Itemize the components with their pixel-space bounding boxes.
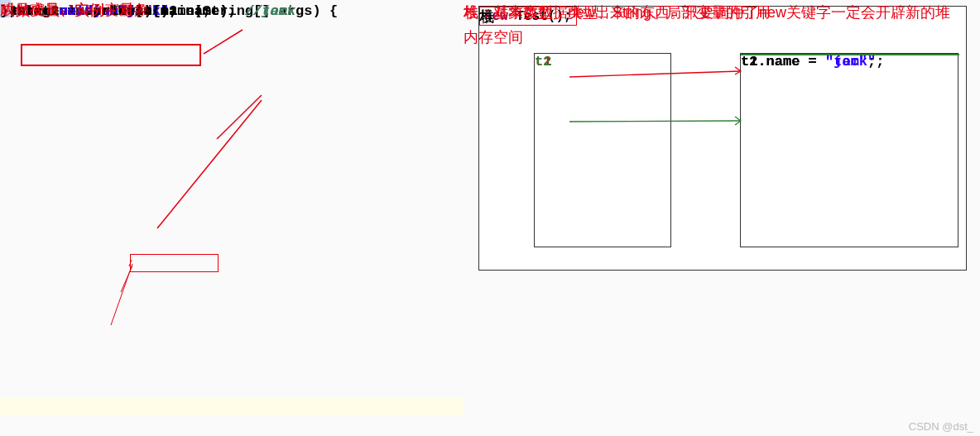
svg-line-0 xyxy=(204,30,243,54)
svg-line-6 xyxy=(569,71,740,77)
annotation-lines xyxy=(0,0,464,436)
note-heap: 堆：对象类型、new出来的东西。只要调用了new关键字一定会开辟新的堆内存空间 xyxy=(464,0,964,50)
svg-line-2 xyxy=(157,100,262,228)
svg-line-7 xyxy=(569,121,740,122)
svg-line-5 xyxy=(111,264,132,325)
svg-line-1 xyxy=(217,95,262,139)
code-panel: public class Test { String name; // null… xyxy=(0,0,464,436)
diagram-panel: new Test(); 栈 堆 t1 t2 t1.name = "jack"; … xyxy=(464,0,980,436)
watermark: CSDN @dst_ xyxy=(909,420,973,433)
svg-line-3 xyxy=(129,260,132,266)
